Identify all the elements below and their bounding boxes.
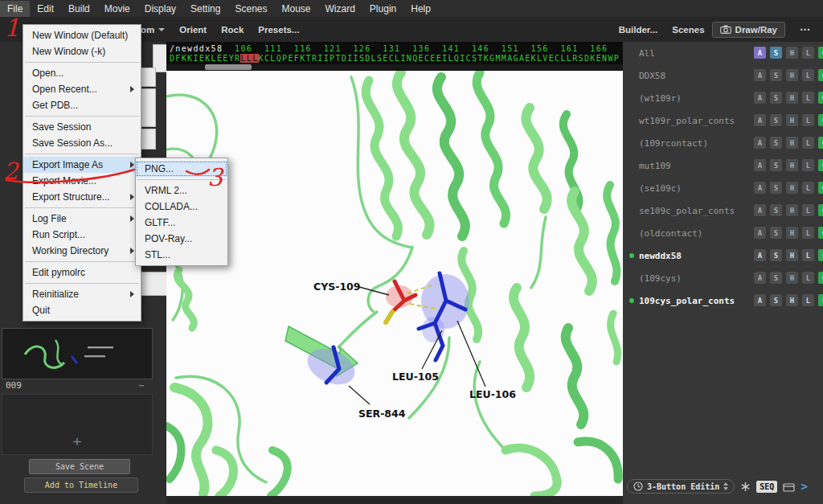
menu-item-new-window-default[interactable]: New Window (Default) [23, 27, 141, 43]
menu-movie[interactable]: Movie [97, 1, 137, 17]
menu-item-log-file[interactable]: Log File [23, 211, 141, 227]
seq-toggle-button[interactable]: SEQ [756, 481, 777, 493]
panel-box-icon[interactable] [783, 481, 795, 492]
hide-button[interactable]: H [786, 92, 798, 104]
action-button[interactable]: A [754, 47, 766, 59]
hide-button[interactable]: H [786, 47, 798, 59]
menu-item-pov-ray[interactable]: POV-Ray... [136, 231, 227, 247]
menu-item-get-pdb[interactable]: Get PDB... [23, 97, 141, 113]
menu-help[interactable]: Help [403, 1, 438, 17]
action-button[interactable]: A [754, 182, 766, 194]
scene-list-item[interactable]: 009 ⋯ [0, 378, 153, 392]
scene-thumbnail[interactable] [2, 328, 153, 379]
menu-plugin[interactable]: Plugin [362, 1, 403, 17]
menu-edit[interactable]: Edit [30, 1, 61, 17]
show-button[interactable]: S [770, 227, 782, 239]
sequence-post[interactable]: KCLQPEFKTRIIPTDIISDLSECLINQECEEILQICSTKG… [259, 54, 620, 63]
asterisk-icon[interactable] [740, 481, 751, 492]
color-button[interactable]: C [818, 114, 823, 126]
color-button[interactable]: C [818, 294, 823, 306]
add-scene-slot[interactable]: + [2, 394, 153, 455]
show-button[interactable]: S [770, 69, 782, 81]
action-button[interactable]: A [754, 159, 766, 171]
object-row[interactable]: (109cys) ASHLC [623, 267, 823, 289]
scene-options-icon[interactable]: ⋯ [138, 380, 153, 391]
menu-item-vrml2[interactable]: VRML 2... [136, 182, 227, 199]
object-row[interactable]: mut109 ASHLC [623, 154, 823, 177]
label-ser844[interactable]: SER-844 [358, 408, 406, 420]
object-row[interactable]: (oldcontact) ASHLC [623, 222, 823, 244]
hide-button[interactable]: H [786, 137, 798, 149]
object-row[interactable]: se109c_polar_conts ASHLC [623, 199, 823, 222]
color-button[interactable]: C [818, 227, 823, 239]
scenes-button[interactable]: Scenes [665, 22, 711, 38]
menu-display[interactable]: Display [137, 1, 183, 17]
hide-button[interactable]: H [786, 294, 798, 306]
menu-item-export-structure[interactable]: Export Structure... [23, 189, 141, 205]
label-button[interactable]: L [802, 69, 814, 81]
save-scene-button[interactable]: Save Scene [29, 459, 130, 474]
action-button[interactable]: A [754, 137, 766, 149]
menu-item-save-session-as[interactable]: Save Session As... [23, 135, 141, 151]
color-button[interactable]: C [818, 47, 823, 59]
menu-item-working-directory[interactable]: Working Directory [23, 243, 141, 259]
menu-file[interactable]: File [0, 1, 30, 17]
show-button[interactable]: S [770, 92, 782, 104]
menu-wizard[interactable]: Wizard [318, 1, 362, 17]
label-button[interactable]: L [802, 294, 814, 306]
show-button[interactable]: S [770, 159, 782, 171]
show-button[interactable]: S [770, 272, 782, 284]
menu-item-export-image-as[interactable]: Export Image As [23, 157, 141, 173]
spinner-up-icon[interactable] [723, 482, 728, 486]
menu-item-save-session[interactable]: Save Session [23, 119, 141, 135]
hide-button[interactable]: H [786, 272, 798, 284]
object-row[interactable]: wt109r_polar_conts ASHLC [623, 109, 823, 132]
object-row[interactable]: DDX58 ASHLC [623, 64, 823, 87]
label-button[interactable]: L [802, 47, 814, 59]
menu-item-png[interactable]: PNG... [136, 161, 227, 177]
add-to-timeline-button[interactable]: Add to Timeline [24, 477, 138, 493]
menu-item-open[interactable]: Open... [23, 65, 141, 81]
mouse-mode-selector[interactable]: 3-Button Editin [627, 479, 735, 494]
hide-button[interactable]: H [786, 69, 798, 81]
show-button[interactable]: S [770, 249, 782, 261]
color-button[interactable]: C [818, 204, 823, 216]
label-button[interactable]: L [802, 159, 814, 171]
color-button[interactable]: C [818, 69, 823, 81]
show-button[interactable]: S [770, 294, 782, 306]
menu-item-stl[interactable]: STL... [136, 247, 227, 263]
object-row[interactable]: (wt109r) ASHLC [623, 87, 823, 109]
object-row[interactable]: (se109c) ASHLC [623, 177, 823, 199]
color-button[interactable]: C [818, 92, 823, 104]
object-row-109cys-polar-conts[interactable]: 109cys_polar_conts ASHLC [623, 289, 823, 312]
hide-button[interactable]: H [786, 204, 798, 216]
sequence-selected-residues[interactable]: LLL [240, 54, 258, 63]
menu-item-quit[interactable]: Quit [23, 302, 141, 318]
hide-button[interactable]: H [786, 249, 798, 261]
menu-item-open-recent[interactable]: Open Recent... [23, 81, 141, 97]
menu-setting[interactable]: Setting [183, 1, 227, 17]
label-button[interactable]: L [802, 204, 814, 216]
menu-item-run-script[interactable]: Run Script... [23, 227, 141, 243]
action-button[interactable]: A [754, 294, 766, 306]
sequence-scrollbar[interactable] [166, 64, 623, 70]
menu-mouse[interactable]: Mouse [274, 1, 317, 17]
orient-button[interactable]: Orient [172, 22, 214, 38]
label-leu105[interactable]: LEU-105 [392, 371, 439, 383]
action-button[interactable]: A [754, 92, 766, 104]
sequence-scrollbar-thumb[interactable] [205, 64, 252, 70]
action-button[interactable]: A [754, 69, 766, 81]
action-button[interactable]: A [754, 204, 766, 216]
spinner-down-icon[interactable] [723, 487, 728, 490]
toolbar-more-button[interactable]: ⋯ [792, 20, 818, 39]
hide-button[interactable]: H [786, 227, 798, 239]
show-button[interactable]: S [770, 114, 782, 126]
color-button[interactable]: C [818, 272, 823, 284]
rock-button[interactable]: Rock [214, 22, 251, 38]
sequence-pre[interactable]: DFKKIEKLEEYR [170, 54, 240, 63]
color-button[interactable]: C [818, 249, 823, 261]
menu-build[interactable]: Build [61, 1, 97, 17]
action-button[interactable]: A [754, 227, 766, 239]
mouse-mode-spinner[interactable] [723, 482, 728, 490]
color-button[interactable]: C [818, 159, 823, 171]
